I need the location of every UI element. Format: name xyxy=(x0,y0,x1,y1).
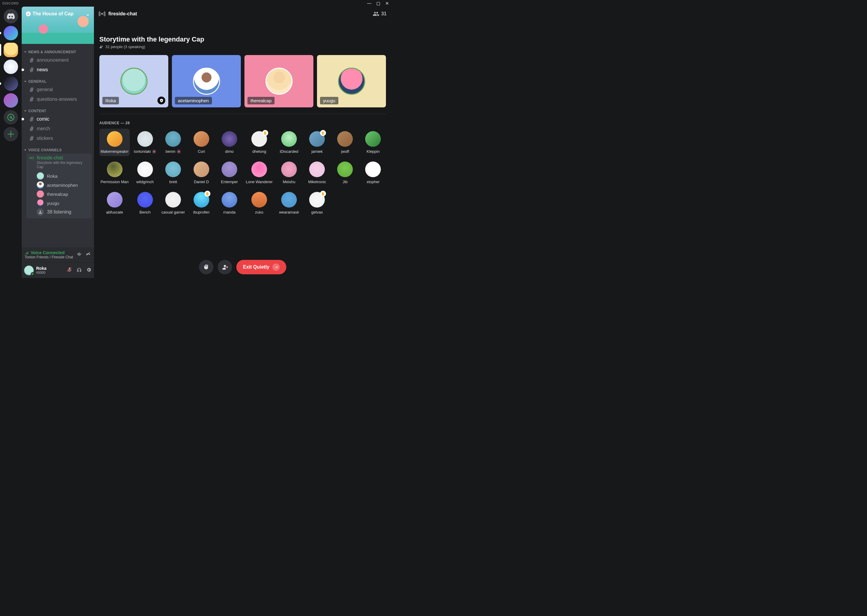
noise-suppression-button[interactable] xyxy=(76,251,82,258)
mute-button[interactable] xyxy=(67,267,72,274)
server-item-1[interactable] xyxy=(4,26,18,40)
category-0[interactable]: NEWS & ANNOUNCEMENT xyxy=(24,50,91,54)
speaker-row[interactable]: Roka xyxy=(29,171,89,181)
category-1[interactable]: GENERAL xyxy=(24,79,91,83)
audience-avatar xyxy=(309,162,325,177)
audience-member[interactable]: zuko xyxy=(245,190,274,217)
audience-name: Permission Man xyxy=(101,179,129,184)
user-avatar[interactable] xyxy=(24,266,34,275)
main-content: fireside-chat 31 Storytime with the lege… xyxy=(94,6,391,278)
deafen-button[interactable] xyxy=(76,267,82,274)
channel-announcement[interactable]: #announcement xyxy=(27,55,91,65)
channel-sidebar: ✓ The House of Cap ⌄ NEWS & ANNOUNCEMENT… xyxy=(22,6,94,278)
category-3[interactable]: VOICE CHANNELS xyxy=(24,148,91,152)
audience-avatar xyxy=(222,131,237,147)
audience-name: dimo xyxy=(225,149,233,154)
audience-member[interactable]: Permission Man xyxy=(99,159,130,187)
channel-merch[interactable]: #merch xyxy=(27,124,91,134)
channel-general[interactable]: #general xyxy=(27,85,91,94)
audience-avatar: ✋ xyxy=(309,131,325,147)
audience-name: Bench xyxy=(139,210,151,214)
hash-icon: # xyxy=(29,135,34,142)
window-close[interactable]: ✕ xyxy=(385,1,389,5)
audience-member[interactable]: wildgrinch xyxy=(132,159,158,187)
audience-name: benm xyxy=(166,149,181,154)
server-rail xyxy=(0,6,22,278)
user-panel: Roka #0000 xyxy=(22,262,94,278)
channel-stickers[interactable]: #stickers xyxy=(27,134,91,143)
audience-name: ibuprofen xyxy=(193,210,210,214)
audience-member[interactable]: Daniel D xyxy=(188,159,214,187)
audience-member[interactable]: ✋getvax xyxy=(304,190,330,217)
audience-avatar xyxy=(337,162,353,177)
audience-member[interactable]: Lone Wanderer xyxy=(245,159,274,187)
member-count-button[interactable]: 31 xyxy=(373,11,386,17)
server-item-5[interactable] xyxy=(4,93,18,108)
audience-member[interactable]: wearamask xyxy=(276,190,302,217)
voice-status-panel: Voice Connected Tonton Friends / Firesid… xyxy=(22,247,94,262)
raise-hand-button[interactable] xyxy=(199,260,213,274)
server-item-4[interactable] xyxy=(4,76,18,91)
audience-member[interactable]: Bench xyxy=(132,190,158,217)
category-2[interactable]: CONTENT xyxy=(24,109,91,113)
invite-button[interactable] xyxy=(218,260,232,274)
audience-member[interactable]: Jib xyxy=(333,159,358,187)
speaker-row[interactable]: acetaminophen xyxy=(29,181,89,190)
hash-icon: # xyxy=(29,115,34,123)
window-minimize[interactable]: — xyxy=(367,1,372,5)
window-maximize[interactable]: ▢ xyxy=(376,1,380,5)
audience-member[interactable]: rnanda xyxy=(216,190,242,217)
audience-member[interactable]: Meishu xyxy=(276,159,302,187)
audience-member[interactable]: Makemespeakrr xyxy=(99,129,130,156)
speaker-avatar xyxy=(338,68,365,95)
audience-member[interactable]: jwoff xyxy=(333,129,358,156)
channel-comic[interactable]: #comic xyxy=(27,114,91,124)
home-button[interactable] xyxy=(4,9,18,24)
server-item-3[interactable] xyxy=(4,60,18,74)
top-bar: fireside-chat 31 xyxy=(94,6,391,21)
audience-member[interactable]: ✋ibuprofen xyxy=(188,190,214,217)
speaker-row[interactable]: therealcap xyxy=(29,190,89,198)
speaker-card[interactable]: yuugu xyxy=(317,55,386,107)
server-header[interactable]: ✓ The House of Cap ⌄ xyxy=(22,6,94,21)
audience-member[interactable]: ✋jamiek xyxy=(304,129,330,156)
audience-member[interactable]: dimo xyxy=(216,129,242,156)
channel-name: fireside-chat xyxy=(109,11,137,17)
audience-member[interactable]: Miketronic xyxy=(304,159,330,187)
stage-channel[interactable]: fireside-chatStorytime with the legendar… xyxy=(27,153,91,218)
audience-member[interactable]: ✋dhelong xyxy=(245,129,274,156)
audience-name: Meishu xyxy=(283,179,295,184)
audience-member[interactable]: Entemper xyxy=(216,159,242,187)
audience-member[interactable]: Kleppin xyxy=(360,129,386,156)
audience-member[interactable]: Cori xyxy=(188,129,214,156)
audience-member[interactable]: benm xyxy=(160,129,186,156)
audience-name: brett xyxy=(169,179,177,184)
channel-questions-answers[interactable]: #questions-answers xyxy=(27,94,91,104)
disconnect-button[interactable] xyxy=(85,251,91,258)
audience-avatar xyxy=(194,162,209,177)
audience-member[interactable]: casual gamer xyxy=(160,190,186,217)
svg-point-2 xyxy=(31,157,33,159)
audience-member[interactable]: brett xyxy=(160,159,186,187)
server-item-selected[interactable] xyxy=(4,43,18,57)
audience-name: Cori xyxy=(198,149,205,154)
channel-news[interactable]: #news xyxy=(27,65,91,75)
exit-button[interactable]: Exit Quietly xyxy=(236,260,286,274)
speaker-card[interactable]: therealcap xyxy=(244,55,314,107)
listeners-count[interactable]: 38 listening xyxy=(29,207,89,217)
settings-button[interactable] xyxy=(86,267,91,274)
speaker-card[interactable]: acetaminophen xyxy=(172,55,241,107)
speaker-card[interactable]: Roka xyxy=(99,55,168,107)
audience-member[interactable]: abfuscate xyxy=(99,190,130,217)
audience-header: AUDIENCE — 28 xyxy=(99,121,386,125)
speaker-row[interactable]: yuugu xyxy=(29,198,89,207)
discover-button[interactable] xyxy=(4,110,18,124)
compass-icon xyxy=(6,113,15,121)
audience-member[interactable]: xtopher xyxy=(360,159,386,187)
audience-member[interactable]: tontontaki xyxy=(132,129,158,156)
add-server-button[interactable] xyxy=(4,127,18,141)
stage-subtitle: 31 people (3 speaking) xyxy=(99,44,386,49)
audience-member[interactable]: iDiscarded xyxy=(276,129,302,156)
soundwave-icon xyxy=(76,251,82,257)
audience-name: iDiscarded xyxy=(280,149,298,154)
